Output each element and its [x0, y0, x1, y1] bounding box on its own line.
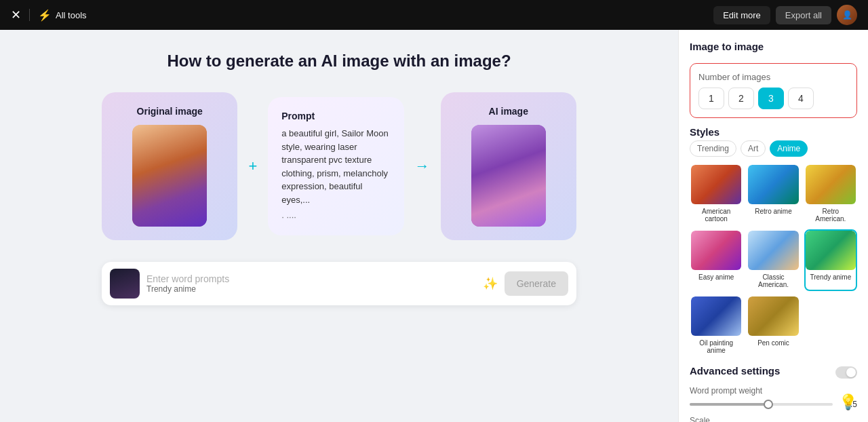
styles-tabs: Trending Art Anime — [690, 140, 857, 157]
style-tab-art[interactable]: Art — [741, 140, 766, 157]
all-tools-label: All tools — [56, 10, 87, 20]
prompt-label: Prompt — [281, 111, 390, 121]
original-image-thumb — [132, 125, 207, 227]
page-title: How to generate an AI image with an imag… — [167, 52, 511, 71]
plus-icon: + — [248, 157, 257, 175]
magic-icon-button[interactable]: ✨ — [483, 276, 498, 291]
style-name-american-cartoon: American cartoon — [691, 206, 741, 224]
num-btn-2[interactable]: 2 — [728, 88, 754, 109]
style-tab-trending[interactable]: Trending — [690, 140, 736, 157]
style-thumb-oil-painting — [691, 296, 741, 336]
center-content: How to generate an AI image with an imag… — [0, 30, 678, 422]
styles-section: Styles Trending Art Anime American carto… — [690, 126, 857, 357]
num-btn-4[interactable]: 4 — [788, 88, 814, 109]
word-prompt-weight-track[interactable] — [690, 403, 833, 406]
style-item-trendy-anime[interactable]: Trendy anime — [804, 229, 857, 291]
style-item-classic-american[interactable]: Classic American. — [747, 229, 800, 291]
export-all-button[interactable]: Export all — [776, 6, 831, 24]
input-tag: Trendy anime — [146, 284, 476, 294]
word-prompt-weight-fill — [690, 403, 768, 406]
right-panel: Image to image Number of images 1 2 3 4 … — [678, 30, 868, 422]
style-item-easy-anime[interactable]: Easy anime — [690, 229, 743, 291]
bulb-icon[interactable]: 💡 — [839, 394, 857, 411]
word-prompt-weight-label: Word prompt weight — [690, 386, 857, 396]
topnav-left: ✕ ⚡ All tools — [11, 9, 87, 22]
input-icons: ✨ — [483, 276, 498, 291]
num-images-buttons: 1 2 3 4 — [698, 88, 848, 109]
word-prompt-weight-row: Word prompt weight 0.5 — [690, 386, 857, 409]
ai-image-thumb — [471, 125, 546, 227]
demo-row: Original image + Prompt a beautiful girl… — [102, 92, 576, 240]
input-thumbnail — [110, 269, 140, 299]
tools-icon: ⚡ — [38, 9, 52, 22]
style-tab-anime[interactable]: Anime — [770, 140, 808, 157]
style-item-oil-painting[interactable]: Oil painting anime — [690, 295, 743, 357]
advanced-settings-section: Advanced settings Word prompt weight 0.5… — [690, 365, 857, 422]
ai-image-label: AI image — [489, 106, 528, 117]
style-item-american-cartoon[interactable]: American cartoon — [690, 164, 743, 225]
original-image-card: Original image — [102, 92, 237, 240]
advanced-toggle[interactable] — [835, 366, 857, 379]
style-thumb-trendy-anime — [806, 231, 856, 270]
style-name-retro-anime: Retro anime — [753, 206, 793, 216]
style-item-pen-comic[interactable]: Pen comic — [747, 295, 800, 357]
style-thumb-retro-anime — [748, 165, 798, 204]
generate-button[interactable]: Generate — [505, 271, 568, 296]
num-images-section: Number of images 1 2 3 4 — [690, 63, 857, 118]
edit-more-button[interactable]: Edit more — [713, 6, 770, 24]
style-name-trendy-anime: Trendy anime — [808, 272, 852, 282]
style-thumb-pen-comic — [748, 296, 798, 336]
style-thumb-classic-american — [748, 231, 798, 270]
input-placeholder[interactable]: Enter word prompts — [146, 273, 476, 284]
input-bar: Enter word prompts Trendy anime ✨ Genera… — [102, 262, 576, 305]
word-prompt-weight-knob[interactable] — [764, 400, 773, 409]
prompt-card: Prompt a beautiful girl, Sailor Moon sty… — [268, 97, 403, 235]
prompt-dots: · ···· — [281, 212, 390, 222]
nav-divider — [29, 9, 30, 21]
panel-title: Image to image — [690, 41, 857, 52]
main-area: How to generate an AI image with an imag… — [0, 30, 868, 422]
all-tools-nav[interactable]: ⚡ All tools — [38, 9, 87, 22]
avatar[interactable]: 👤 — [837, 5, 857, 25]
num-btn-1[interactable]: 1 — [698, 88, 724, 109]
style-item-retro-anime[interactable]: Retro anime — [747, 164, 800, 225]
original-image-label: Original image — [137, 106, 203, 117]
arrow-icon: → — [415, 157, 430, 175]
topnav: ✕ ⚡ All tools Edit more Export all 👤 — [0, 0, 868, 30]
style-thumb-easy-anime — [691, 231, 741, 270]
style-name-pen-comic: Pen comic — [756, 338, 791, 348]
input-text-area: Enter word prompts Trendy anime — [146, 273, 476, 294]
style-name-oil-painting: Oil painting anime — [691, 338, 741, 356]
logo-icon[interactable]: ✕ — [11, 9, 21, 21]
style-item-retro-american[interactable]: Retro American. — [804, 164, 857, 225]
style-thumb-american-cartoon — [691, 165, 741, 204]
num-btn-3[interactable]: 3 — [758, 88, 784, 109]
num-images-label: Number of images — [698, 72, 848, 82]
style-name-classic-american: Classic American. — [748, 272, 798, 290]
advanced-settings-label: Advanced settings — [690, 365, 780, 377]
advanced-settings-header: Advanced settings — [690, 365, 857, 379]
scale-label: Scale — [690, 416, 857, 422]
prompt-text: a beautiful girl, Sailor Moon style, wea… — [281, 127, 390, 206]
style-name-easy-anime: Easy anime — [697, 272, 735, 282]
word-prompt-weight-slider-row: 0.5 — [690, 400, 857, 409]
ai-image-card: AI image — [441, 92, 576, 240]
style-thumb-retro-american — [806, 165, 856, 204]
topnav-right: Edit more Export all 👤 — [713, 5, 857, 25]
scale-row: Scale 7.5 — [690, 416, 857, 422]
toggle-knob — [846, 368, 856, 377]
style-name-retro-american: Retro American. — [806, 206, 856, 224]
styles-grid: American cartoon Retro anime Retro Ameri… — [690, 164, 857, 357]
styles-label: Styles — [690, 126, 857, 138]
